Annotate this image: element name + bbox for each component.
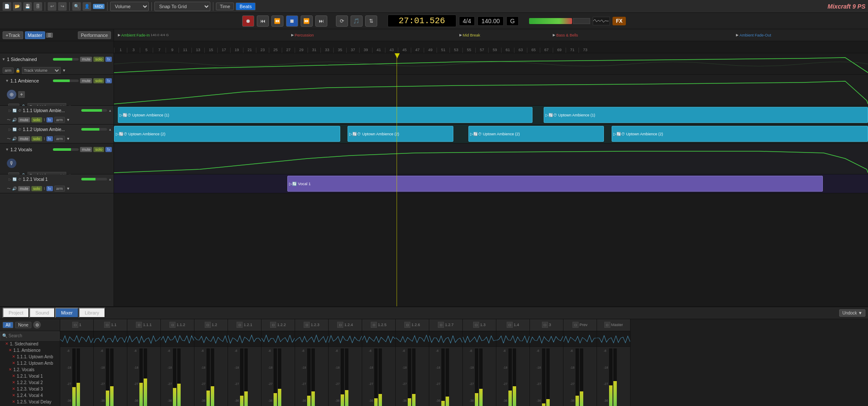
track-1-1-1-expand[interactable]: ▲ xyxy=(108,109,112,113)
tab-project[interactable]: Project xyxy=(3,308,29,318)
metronome-btn[interactable]: 🎵 xyxy=(351,15,363,27)
tree-item-1-2-2[interactable]: ✕ 1.2.2. Vocal 2 xyxy=(0,379,60,386)
track-1-1-1-fx[interactable]: fx xyxy=(46,117,53,122)
ch-expand-1.2.7[interactable]: □ xyxy=(438,322,444,328)
search-icon[interactable]: 🔍 xyxy=(72,2,81,11)
chevron-icon[interactable]: ▼ xyxy=(62,68,66,73)
track-1-2-fx[interactable]: fx xyxy=(105,147,112,152)
master-btn[interactable]: Master xyxy=(25,31,46,39)
track-1-1-solo[interactable]: solo xyxy=(93,78,104,83)
master-settings-icon[interactable]: ☰ xyxy=(46,33,53,38)
ch-expand-1.1.2[interactable]: □ xyxy=(169,322,175,328)
bpm-display[interactable]: 140.00 xyxy=(477,16,504,26)
track-1-dropdown[interactable]: Track Volume xyxy=(22,67,61,74)
track-1-1-1-mute[interactable]: mute xyxy=(18,117,30,122)
ch-expand-1.1.1[interactable]: □ xyxy=(136,322,142,328)
tree-item-1-2-1[interactable]: ✕ 1.2.1. Vocal 1 xyxy=(0,373,60,379)
beats-btn[interactable]: Beats xyxy=(236,3,255,10)
rewind-start-btn[interactable]: ⏮ xyxy=(257,15,269,27)
ch-expand-1.2[interactable]: □ xyxy=(205,322,211,328)
tab-library[interactable]: Library xyxy=(79,308,105,318)
ch-expand-1.2.2[interactable]: □ xyxy=(270,322,276,328)
time-btn[interactable]: Time xyxy=(216,3,234,10)
ch-expand-1.2.6[interactable]: □ xyxy=(404,322,410,328)
track-1-solo[interactable]: solo xyxy=(93,57,104,62)
volume-dropdown[interactable]: Volume xyxy=(110,2,149,11)
track-1-arm[interactable]: arm xyxy=(3,67,14,73)
track-1-2-mute[interactable]: mute xyxy=(80,147,92,152)
clip-uptown-2c[interactable]: ▷🔄⏱ Uptown Ambience (2) xyxy=(468,126,604,142)
ch-expand-prev[interactable]: □ xyxy=(573,322,579,328)
tree-item-1-2-3[interactable]: ✕ 1.2.3. Vocal 3 xyxy=(0,386,60,392)
clip-uptown-2a[interactable]: ▷🔄⏱ Uptown Ambience (2) xyxy=(114,126,340,142)
track-1-2-1-expand[interactable]: ▲ xyxy=(108,177,112,181)
new-icon[interactable]: 📄 xyxy=(3,2,11,11)
chev3[interactable]: ▼ xyxy=(66,118,70,122)
user-icon[interactable]: 👤 xyxy=(83,2,91,11)
record-btn[interactable]: ⏺ xyxy=(242,15,254,27)
track-1-1-fx[interactable]: fx xyxy=(105,78,112,83)
clip-vocal-1[interactable]: ▷🔄 Vocal 1 xyxy=(287,176,823,192)
track-1-mute[interactable]: mute xyxy=(80,57,92,62)
track-1-1-2-solo[interactable]: solo xyxy=(31,136,42,141)
tree-item-1-2-4[interactable]: ✕ 1.2.4. Vocal 4 xyxy=(0,392,60,399)
ch-expand-1.2.1[interactable]: □ xyxy=(237,322,243,328)
snap-dropdown[interactable]: Snap To Grid xyxy=(154,2,210,11)
end-btn[interactable]: ⏭ xyxy=(315,15,327,27)
ch-expand-master[interactable]: □ xyxy=(604,322,610,328)
clip-uptown-1b[interactable]: ▷🔄⏱ Uptown Ambience (1) xyxy=(544,107,868,123)
track-1-collapse[interactable]: ▼ xyxy=(2,57,6,61)
clip-uptown-1a[interactable]: ▷🔄⏱ Uptown Ambience (1) xyxy=(118,107,532,123)
key-display[interactable]: G xyxy=(506,16,519,26)
section-percussion[interactable]: Percussion xyxy=(291,29,314,41)
ch-expand-3[interactable]: □ xyxy=(542,322,548,328)
tree-item-1[interactable]: ✕ 1. Sidechained xyxy=(0,341,60,347)
section-ambient-fadein[interactable]: Ambient Fade-In 140.0 4/4 G xyxy=(118,29,169,41)
track-1-1-2-mute[interactable]: mute xyxy=(18,136,30,141)
section-bassbells[interactable]: Bass & Bells xyxy=(553,29,578,41)
clip-uptown-2b[interactable]: ▷🔄⏱ Uptown Ambience (2) xyxy=(348,126,453,142)
tree-item-1-1-2[interactable]: ✕ 1.1.2. Uptown Amb xyxy=(0,360,60,366)
rewind-btn[interactable]: ⏪ xyxy=(271,15,283,27)
track-1-1-1-solo[interactable]: solo xyxy=(31,117,42,122)
section-ambient-fadeout[interactable]: Ambient Fade-Out xyxy=(736,29,771,41)
fastfwd-btn[interactable]: ⏩ xyxy=(301,15,313,27)
mixer-search[interactable] xyxy=(0,331,60,341)
add-track-btn[interactable]: +Track xyxy=(3,31,23,39)
gear-icon[interactable]: ⚙ xyxy=(33,321,41,329)
tree-item-1-1-1[interactable]: ✕ 1.1.1. Uptown Amb xyxy=(0,354,60,360)
open-icon[interactable]: 📂 xyxy=(13,2,22,11)
ch-expand-1.1[interactable]: □ xyxy=(104,322,110,328)
clip-uptown-2d[interactable]: ▷🔄⏱ Uptown Ambience (2) xyxy=(612,126,868,142)
ch-expand-1[interactable]: □ xyxy=(72,322,78,328)
track-1-1-2-arm[interactable]: arm xyxy=(54,136,65,142)
performance-btn[interactable]: Performance xyxy=(78,31,111,39)
fx-button[interactable]: FX xyxy=(613,17,626,25)
track-1-1-plus[interactable]: + xyxy=(18,91,25,98)
tab-sound[interactable]: Sound xyxy=(29,308,55,318)
chev5[interactable]: ▼ xyxy=(66,186,70,191)
ch-expand-1.2.4[interactable]: □ xyxy=(337,322,343,328)
ch-expand-1.4[interactable]: □ xyxy=(507,322,513,328)
ch-expand-1.2.5[interactable]: □ xyxy=(371,322,377,328)
save-icon[interactable]: 💾 xyxy=(23,2,32,11)
chev4[interactable]: ▼ xyxy=(66,137,70,141)
tree-item-1-2-5[interactable]: ✕ 1.2.5. Vocal Delay xyxy=(0,399,60,405)
track-1-2-solo[interactable]: solo xyxy=(93,147,104,152)
track-1-1-mute[interactable]: mute xyxy=(80,78,92,83)
punch-btn[interactable]: ⇅ xyxy=(365,15,377,27)
tree-item-1-1[interactable]: ✕ 1.1. Ambience xyxy=(0,347,60,354)
track-1-fx[interactable]: fx xyxy=(105,57,112,62)
section-midbreak[interactable]: Mid Break xyxy=(459,29,480,41)
stop-btn[interactable]: ⏹ xyxy=(286,15,298,27)
track-1-1-1-arm[interactable]: arm xyxy=(54,117,65,123)
track-1-2-1-solo[interactable]: solo xyxy=(31,186,42,191)
master-vol-slider[interactable] xyxy=(529,18,572,24)
track-1-1-collapse[interactable]: ▼ xyxy=(5,79,9,83)
undock-btn[interactable]: Undock ▼ xyxy=(839,309,865,317)
filter-none-btn[interactable]: None xyxy=(15,322,31,328)
redo-icon[interactable]: ↪ xyxy=(58,2,67,11)
ch-expand-1.3[interactable]: □ xyxy=(473,322,479,328)
track-1-2-1-arm[interactable]: arm xyxy=(54,186,65,192)
timeline-area[interactable]: ▷🔄⏱ Uptown Ambience (1) ▷🔄⏱ Uptown Ambie… xyxy=(114,53,868,306)
